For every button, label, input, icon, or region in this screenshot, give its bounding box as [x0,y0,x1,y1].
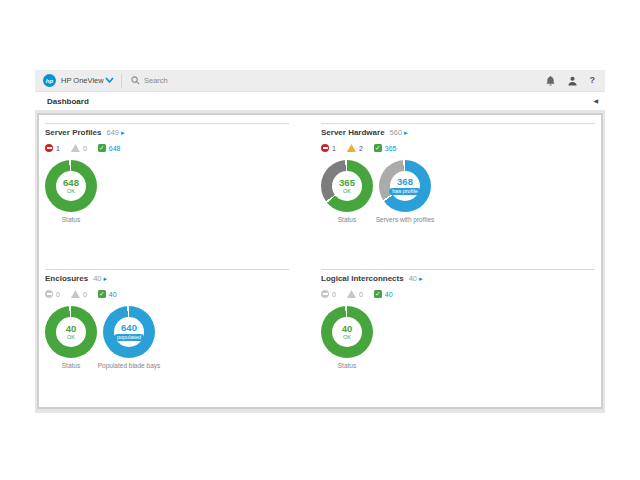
panel-title[interactable]: Enclosures [45,274,88,283]
arrow-right-icon [101,274,107,283]
critical-status-link[interactable]: 1 [45,144,60,152]
warning-count: 0 [83,291,87,298]
donut-value: 40 [342,324,353,334]
donut-caption: Servers with profiles [376,216,435,223]
critical-icon [321,144,329,152]
donut-value: 365 [339,178,355,188]
page-title: Dashboard [47,97,89,106]
warning-status-link[interactable]: 0 [71,290,87,298]
donut-caption: Populated blade bays [98,362,161,369]
donut-chart-status[interactable]: 40OK [45,306,97,358]
panel-enclosures: Enclosures 40 0 0 ✓ 40 [45,269,289,369]
search-box [122,70,546,91]
donut-chart-profiles[interactable]: 368has profile [379,160,431,212]
user-icon[interactable] [568,76,577,86]
main-menu[interactable]: hp HP OneView [35,70,121,91]
bell-icon[interactable] [546,76,555,86]
hp-logo-icon: hp [43,74,56,87]
search-input[interactable] [144,76,344,85]
ok-icon: ✓ [374,144,382,152]
donut-chart-status[interactable]: 40OK [321,306,373,358]
panel-count-link[interactable]: 40 [93,274,107,283]
ok-count: 40 [109,291,117,298]
panel-count-link[interactable]: 40 [409,274,423,283]
panel-server-profiles: Server Profiles 649 1 0 ✓ 648 [45,123,289,223]
ok-icon: ✓ [374,290,382,298]
ok-status-link[interactable]: ✓ 648 [98,144,121,152]
dashboard-content: Server Profiles 649 1 0 ✓ 648 [35,111,605,413]
ok-count: 648 [109,145,121,152]
critical-icon [45,144,53,152]
warning-icon [347,290,356,298]
arrow-right-icon [402,128,408,137]
critical-icon [45,290,53,298]
ok-icon: ✓ [98,144,106,152]
ok-icon: ✓ [98,290,106,298]
donut-caption: Status [62,216,80,223]
critical-status-link[interactable]: 1 [321,144,336,152]
warning-status-link[interactable]: 2 [347,144,363,152]
panel-title[interactable]: Server Profiles [45,128,101,137]
search-icon [131,76,140,85]
collapse-panel-icon[interactable]: ◀ [593,98,598,104]
dashboard-card: Server Profiles 649 1 0 ✓ 648 [37,113,603,409]
panel-title[interactable]: Logical Interconnects [321,274,404,283]
donut-caption: Status [62,362,80,369]
chevron-down-icon[interactable] [105,77,114,84]
panel-logical-interconnects: Logical Interconnects 40 0 0 ✓ 40 [321,269,595,369]
critical-icon [321,290,329,298]
ok-count: 40 [385,291,393,298]
donut-caption: Status [338,216,356,223]
donut-value: 40 [66,324,77,334]
critical-count: 0 [56,291,60,298]
donut-chart-status[interactable]: 648OK [45,160,97,212]
warning-icon [71,290,80,298]
ok-status-link[interactable]: ✓ 40 [98,290,117,298]
warning-icon [347,144,356,152]
ok-status-link[interactable]: ✓ 365 [374,144,397,152]
donut-value: 648 [63,178,79,188]
donut-sublabel: OK [67,188,75,195]
critical-count: 1 [56,145,60,152]
topbar-actions: ? [546,76,596,86]
top-bar: hp HP OneView ? [35,70,605,92]
donut-caption: Status [338,362,356,369]
donut-sublabel: OK [67,334,75,341]
donut-chart-status[interactable]: 365OK [321,160,373,212]
critical-count: 0 [332,291,336,298]
panel-title[interactable]: Server Hardware [321,128,385,137]
critical-status-link[interactable]: 0 [321,290,336,298]
page-background: hp HP OneView ? Dashboard ◀ Server Profi [0,0,640,480]
donut-sublabel: OK [343,188,351,195]
critical-count: 1 [332,145,336,152]
warning-count: 0 [83,145,87,152]
brand-label: HP OneView [61,76,104,85]
ok-status-link[interactable]: ✓ 40 [374,290,393,298]
warning-status-link[interactable]: 0 [347,290,363,298]
arrow-right-icon [119,128,125,137]
hp-oneview-app: hp HP OneView ? Dashboard ◀ Server Profi [35,70,605,414]
warning-count: 0 [359,291,363,298]
panel-server-hardware: Server Hardware 560 1 2 ✓ 365 [321,123,595,223]
donut-value: 640 [121,323,137,333]
warning-icon [71,144,80,152]
donut-chart-blade-bays[interactable]: 640populated [103,306,155,358]
breadcrumb-row: Dashboard ◀ [35,92,605,111]
donut-sublabel: populated [114,334,144,342]
ok-count: 365 [385,145,397,152]
critical-status-link[interactable]: 0 [45,290,60,298]
arrow-right-icon [417,274,423,283]
help-icon[interactable]: ? [590,76,596,85]
donut-sublabel: has profile [389,188,420,196]
warning-count: 2 [359,145,363,152]
donut-value: 368 [397,177,413,187]
warning-status-link[interactable]: 0 [71,144,87,152]
panel-count-link[interactable]: 560 [390,128,408,137]
panel-count-link[interactable]: 649 [106,128,124,137]
donut-sublabel: OK [343,334,351,341]
